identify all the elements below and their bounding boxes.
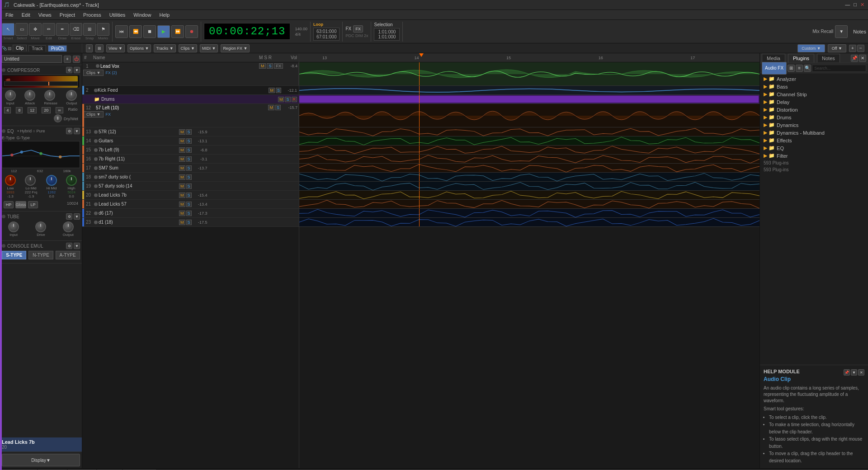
menu-utilities[interactable]: Utilities	[106, 11, 129, 19]
waveform-19[interactable]	[299, 182, 760, 191]
track-17-s[interactable]: S	[186, 165, 192, 171]
track-21-m[interactable]: M	[179, 202, 185, 207]
move-tool-btn[interactable]: ✥	[29, 23, 42, 36]
knob-output[interactable]	[66, 90, 77, 101]
zoom-out-btn[interactable]: −	[857, 45, 864, 52]
menu-help[interactable]: Help	[156, 11, 173, 19]
ratio-12[interactable]: 12	[28, 107, 37, 113]
add-folder-btn[interactable]: ⊞	[95, 44, 104, 52]
waveform-12[interactable]	[299, 104, 760, 127]
ratio-inf[interactable]: ∞	[56, 107, 63, 113]
waveform-22[interactable]	[299, 209, 760, 218]
waveform-18[interactable]	[299, 173, 760, 182]
select-tool-btn[interactable]: ▭	[15, 23, 28, 36]
menu-file[interactable]: File	[2, 11, 17, 19]
plugin-bass[interactable]: ▶ 📁 Bass	[762, 83, 866, 90]
track-21-s[interactable]: S	[186, 202, 192, 207]
console-settings-btn[interactable]: ⚙	[66, 243, 72, 249]
waveform-16[interactable]	[299, 155, 760, 164]
track-20-m[interactable]: M	[179, 193, 185, 198]
plugin-effects[interactable]: ▶ 📁 Effects	[762, 136, 866, 144]
a-type-btn[interactable]: A-TYPE	[56, 251, 80, 259]
minimize-btn[interactable]: —	[845, 2, 850, 8]
transport-record-btn[interactable]: ⏺	[185, 25, 198, 38]
track-1-m-btn[interactable]: M	[259, 63, 266, 69]
knob-attack[interactable]	[24, 90, 35, 101]
track-12-m-btn[interactable]: M	[268, 105, 274, 110]
drums-r-btn[interactable]: R	[292, 97, 297, 102]
preset-name[interactable]: Untitled	[2, 55, 62, 63]
track-13-s[interactable]: S	[186, 129, 192, 135]
hp-btn[interactable]: HP	[4, 201, 14, 208]
ratio-8[interactable]: 8	[16, 107, 23, 113]
edit-tool-btn[interactable]: ✏	[42, 23, 55, 36]
transport-stop-btn[interactable]: ⏹	[143, 25, 156, 38]
right-pin-btn[interactable]: 📌	[851, 55, 858, 62]
transport-rewind-btn[interactable]: ⏪	[129, 25, 142, 38]
track-1-s-btn[interactable]: S	[267, 63, 273, 69]
plugin-dynamics[interactable]: ▶ 📁 Dynamics	[762, 121, 866, 129]
tab-plugins[interactable]: Plugins	[788, 54, 814, 63]
tube-menu-btn[interactable]: ▼	[74, 213, 80, 220]
plugin-search-btn[interactable]: 🔍	[804, 65, 811, 72]
tube-enable-dot[interactable]	[2, 215, 5, 218]
track-14-m[interactable]: M	[179, 138, 185, 144]
help-close-btn[interactable]: ✕	[858, 369, 864, 376]
add-track-btn[interactable]: +	[86, 44, 93, 52]
off-btn[interactable]: Off ▼	[828, 44, 846, 52]
track-23-m[interactable]: M	[179, 220, 185, 225]
ratio-4[interactable]: 4	[4, 107, 11, 113]
smart-tool-btn[interactable]: ↖	[2, 23, 14, 36]
drums-m-btn[interactable]: M	[278, 97, 284, 102]
transport-fast-fwd-btn[interactable]: ⏩	[171, 25, 184, 38]
track-19-m[interactable]: M	[179, 183, 185, 189]
snap-tool-btn[interactable]: ⊞	[83, 23, 96, 36]
waveform-drums[interactable]	[299, 95, 760, 104]
draw-tool-btn[interactable]: ✒	[56, 23, 69, 36]
plugin-drums[interactable]: ▶ 📁 Drums	[762, 113, 866, 121]
track-22-s[interactable]: S	[186, 211, 192, 216]
track-2-m-btn[interactable]: M	[269, 88, 275, 93]
waveform-21[interactable]	[299, 200, 760, 209]
waveform-20[interactable]	[299, 191, 760, 200]
plugin-filter[interactable]: ▶ 📁 Filter	[762, 152, 866, 160]
transport-to-start-btn[interactable]: ⏮	[115, 25, 128, 38]
knob-release[interactable]	[44, 90, 55, 101]
tube-output-knob[interactable]	[63, 221, 74, 232]
plugin-grid-btn[interactable]: ⊞	[788, 65, 795, 72]
track-20-s[interactable]: S	[186, 193, 192, 198]
gloss-btn[interactable]: Gloss	[15, 201, 26, 208]
menu-window[interactable]: Window	[130, 11, 155, 19]
eq-settings-btn[interactable]: ⚙	[66, 128, 72, 134]
display-btn[interactable]: Display ▼	[2, 454, 80, 466]
help-pin-btn[interactable]: 📌	[844, 369, 850, 376]
plugin-search-box[interactable]: Search...	[812, 65, 866, 72]
comp-enable-dot[interactable]	[2, 68, 5, 72]
knob-input[interactable]	[5, 90, 16, 101]
tab-clip[interactable]: Clip	[13, 45, 27, 52]
track-15-s[interactable]: S	[186, 147, 192, 153]
close-btn[interactable]: ✕	[860, 2, 864, 8]
track-22-m[interactable]: M	[179, 211, 185, 216]
track-16-s[interactable]: S	[186, 156, 192, 162]
eq-knob-high[interactable]	[66, 175, 77, 186]
track-18-s[interactable]: S	[186, 174, 192, 180]
help-menu-btn[interactable]: ▼	[851, 369, 857, 376]
preset-power-btn[interactable]: ⏻	[73, 56, 80, 63]
e-type-btn[interactable]: E-Type	[2, 136, 15, 140]
console-enable-dot[interactable]	[2, 244, 5, 248]
tab-media[interactable]: Media	[762, 54, 785, 62]
tracks-btn[interactable]: Tracks ▼	[154, 44, 175, 52]
eq-enable-dot[interactable]	[2, 129, 5, 133]
plugin-eq[interactable]: ▶ 📁 EQ	[762, 144, 866, 152]
track-14-s[interactable]: S	[186, 138, 192, 144]
track-12-clips-btn[interactable]: Clips ▼	[83, 111, 104, 118]
view-btn[interactable]: View ▼	[106, 44, 125, 52]
menu-views[interactable]: Views	[35, 11, 55, 19]
waveform-13[interactable]	[299, 127, 760, 136]
track-13-m[interactable]: M	[179, 129, 185, 135]
s-type-btn[interactable]: S-TYPE	[2, 251, 26, 259]
track-1-clips-btn[interactable]: Clips ▼	[83, 70, 104, 76]
eq-menu-btn[interactable]: ▼	[74, 128, 80, 134]
eq-knob-lomid[interactable]	[25, 175, 36, 186]
